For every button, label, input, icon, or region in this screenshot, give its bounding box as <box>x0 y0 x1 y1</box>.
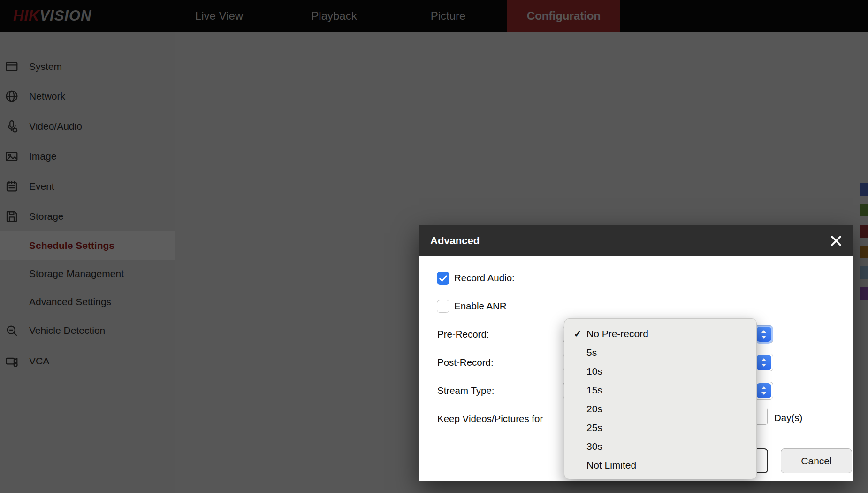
dropdown-option-15s[interactable]: 15s <box>564 381 756 400</box>
dropdown-option-10s[interactable]: 10s <box>564 362 756 381</box>
post-record-select-stepper-icon[interactable] <box>756 355 771 370</box>
cancel-button[interactable]: Cancel <box>781 448 852 473</box>
close-icon[interactable] <box>830 235 842 247</box>
keep-videos-label: Keep Videos/Pictures for <box>437 413 543 424</box>
days-suffix-label: Day(s) <box>774 412 802 424</box>
dropdown-option-5s[interactable]: 5s <box>564 343 756 362</box>
advanced-dialog-title: Advanced <box>430 225 480 256</box>
record-audio-label: Record Audio: <box>454 272 515 284</box>
stream-type-label: Stream Type: <box>437 385 495 396</box>
dropdown-option-not-limited[interactable]: Not Limited <box>564 456 756 475</box>
pre-record-label: Pre-Record: <box>437 329 489 340</box>
dropdown-option-20s[interactable]: 20s <box>564 400 756 418</box>
checkmark-icon: ✓ <box>574 324 582 343</box>
dropdown-option-30s[interactable]: 30s <box>564 437 756 456</box>
dropdown-option-no-pre-record[interactable]: ✓No Pre-record <box>564 324 756 343</box>
post-record-label: Post-Record: <box>437 357 494 368</box>
pre-record-dropdown: ✓No Pre-record5s10s15s20s25s30sNot Limit… <box>564 318 757 479</box>
enable-anr-label: Enable ANR <box>454 300 507 312</box>
hikvision-config-screen: HIKVISION Live ViewPlaybackPictureConfig… <box>0 0 868 493</box>
pre-record-select-stepper-icon[interactable] <box>756 327 771 342</box>
stream-type-select-stepper-icon[interactable] <box>756 383 771 398</box>
advanced-dialog-header: Advanced <box>419 225 853 256</box>
dropdown-option-25s[interactable]: 25s <box>564 418 756 437</box>
record-audio-checkbox[interactable] <box>437 272 449 285</box>
enable-anr-checkbox[interactable] <box>437 300 449 313</box>
